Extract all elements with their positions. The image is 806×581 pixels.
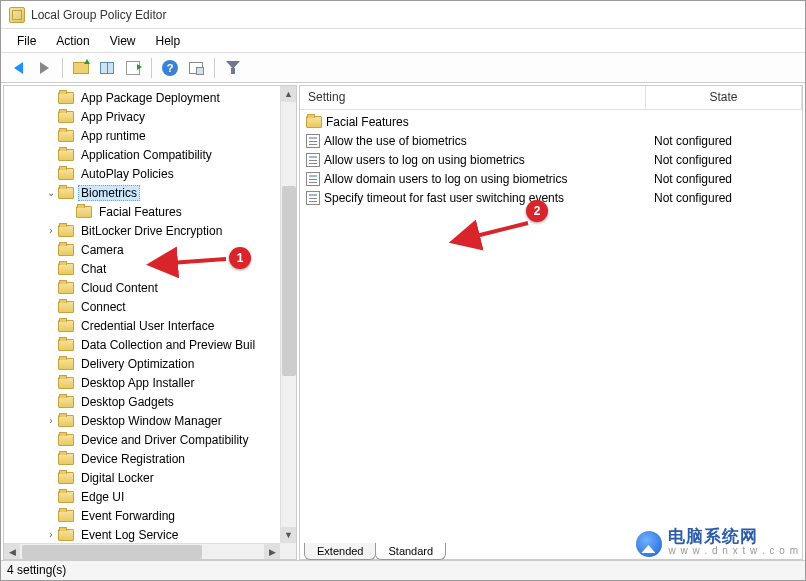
export-button[interactable]	[122, 57, 144, 79]
tree-item-label: Event Log Service	[78, 527, 181, 543]
tab-standard[interactable]: Standard	[375, 543, 446, 560]
show-panes-button[interactable]	[96, 57, 118, 79]
setting-name: Allow users to log on using biometrics	[324, 153, 525, 167]
tree-item-label: Delivery Optimization	[78, 356, 197, 372]
column-header-state[interactable]: State	[646, 86, 802, 109]
list-row[interactable]: Allow the use of biometricsNot configure…	[300, 131, 802, 150]
tree-item[interactable]: Facial Features	[4, 202, 280, 221]
menu-bar: File Action View Help	[1, 29, 805, 53]
properties-button[interactable]	[185, 57, 207, 79]
tree-item[interactable]: ›Event Log Service	[4, 525, 280, 543]
forward-button[interactable]	[33, 57, 55, 79]
watermark-title: 电脑系统网	[668, 530, 799, 544]
tree-item-label: Biometrics	[78, 185, 140, 201]
tree-expander-icon[interactable]: ⌄	[44, 187, 58, 198]
policy-icon	[306, 153, 320, 167]
setting-state: Not configured	[654, 191, 732, 205]
tree-item[interactable]: Connect	[4, 297, 280, 316]
folder-icon	[58, 282, 74, 294]
tree-item-label: App runtime	[78, 128, 149, 144]
folder-icon	[58, 130, 74, 142]
tree-item[interactable]: Device and Driver Compatibility	[4, 430, 280, 449]
annotation-arrow-2	[466, 221, 536, 244]
scroll-thumb[interactable]	[22, 545, 202, 559]
svg-line-3	[170, 259, 226, 263]
tree-item-label: Desktop Gadgets	[78, 394, 177, 410]
tree-item[interactable]: Desktop App Installer	[4, 373, 280, 392]
list-row[interactable]: Facial Features	[300, 112, 802, 131]
tree-item-label: Desktop App Installer	[78, 375, 197, 391]
help-button[interactable]: ?	[159, 57, 181, 79]
tree-expander-icon[interactable]: ›	[44, 225, 58, 236]
scroll-right-button[interactable]: ▶	[264, 544, 280, 560]
list-row[interactable]: Allow domain users to log on using biome…	[300, 169, 802, 188]
content-area: App Package DeploymentApp PrivacyApp run…	[3, 85, 803, 560]
scroll-thumb[interactable]	[282, 186, 296, 376]
tree-item-label: Desktop Window Manager	[78, 413, 225, 429]
panes-icon	[100, 62, 114, 74]
tree-item[interactable]: Edge UI	[4, 487, 280, 506]
status-text: 4 setting(s)	[7, 563, 66, 577]
annotation-arrow-1	[164, 253, 234, 276]
menu-action[interactable]: Action	[46, 31, 99, 51]
setting-state: Not configured	[654, 172, 732, 186]
tree-item[interactable]: App runtime	[4, 126, 280, 145]
folder-icon	[58, 434, 74, 446]
tree-item[interactable]: Delivery Optimization	[4, 354, 280, 373]
folder-icon	[58, 491, 74, 503]
tree-item-label: Connect	[78, 299, 129, 315]
tree-item-label: Edge UI	[78, 489, 127, 505]
back-button[interactable]	[7, 57, 29, 79]
list-row[interactable]: Specify timeout for fast user switching …	[300, 188, 802, 207]
tree-item[interactable]: Credential User Interface	[4, 316, 280, 335]
tab-extended[interactable]: Extended	[304, 543, 376, 560]
folder-icon	[58, 225, 74, 237]
folder-icon	[58, 187, 74, 199]
tree-item-label: Credential User Interface	[78, 318, 217, 334]
folder-icon	[58, 358, 74, 370]
export-icon	[126, 61, 140, 75]
tree-item[interactable]: Event Forwarding	[4, 506, 280, 525]
tree-item[interactable]: Device Registration	[4, 449, 280, 468]
scroll-down-button[interactable]: ▼	[281, 527, 296, 543]
tree-horizontal-scrollbar[interactable]: ◀ ▶	[4, 543, 280, 559]
title-bar: Local Group Policy Editor	[1, 1, 805, 29]
filter-button[interactable]	[222, 57, 244, 79]
tree-expander-icon[interactable]: ›	[44, 529, 58, 540]
tree-item[interactable]: ›BitLocker Drive Encryption	[4, 221, 280, 240]
tree-item[interactable]: AutoPlay Policies	[4, 164, 280, 183]
watermark-logo-icon	[636, 531, 662, 557]
annotation-callout-2: 2	[526, 200, 548, 222]
tree-item-label: App Privacy	[78, 109, 148, 125]
tree-item[interactable]: Application Compatibility	[4, 145, 280, 164]
scroll-left-button[interactable]: ◀	[4, 544, 20, 560]
toolbar-divider	[214, 58, 215, 78]
tree-vertical-scrollbar[interactable]: ▲ ▼	[280, 86, 296, 543]
tree-item[interactable]: App Package Deployment	[4, 88, 280, 107]
tree-item-label: Device Registration	[78, 451, 188, 467]
window-title: Local Group Policy Editor	[31, 8, 166, 22]
tree-expander-icon[interactable]: ›	[44, 415, 58, 426]
tree-item[interactable]: Data Collection and Preview Buil	[4, 335, 280, 354]
menu-help[interactable]: Help	[146, 31, 191, 51]
tree-item[interactable]: Digital Locker	[4, 468, 280, 487]
column-header-setting[interactable]: Setting	[300, 86, 646, 109]
folder-icon	[306, 116, 322, 128]
policy-icon	[306, 172, 320, 186]
tree-item[interactable]: ⌄Biometrics	[4, 183, 280, 202]
tree-item-label: Chat	[78, 261, 109, 277]
tree-item-label: App Package Deployment	[78, 90, 223, 106]
list-row[interactable]: Allow users to log on using biometricsNo…	[300, 150, 802, 169]
up-button[interactable]	[70, 57, 92, 79]
tree-item[interactable]: Desktop Gadgets	[4, 392, 280, 411]
scroll-up-button[interactable]: ▲	[281, 86, 296, 102]
menu-view[interactable]: View	[100, 31, 146, 51]
folder-icon	[58, 529, 74, 541]
menu-file[interactable]: File	[7, 31, 46, 51]
tree-item[interactable]: App Privacy	[4, 107, 280, 126]
tree-scroll-area: App Package DeploymentApp PrivacyApp run…	[4, 86, 280, 543]
folder-icon	[58, 263, 74, 275]
tree-item[interactable]: ›Desktop Window Manager	[4, 411, 280, 430]
tree-item[interactable]: Cloud Content	[4, 278, 280, 297]
filter-icon	[226, 61, 240, 75]
